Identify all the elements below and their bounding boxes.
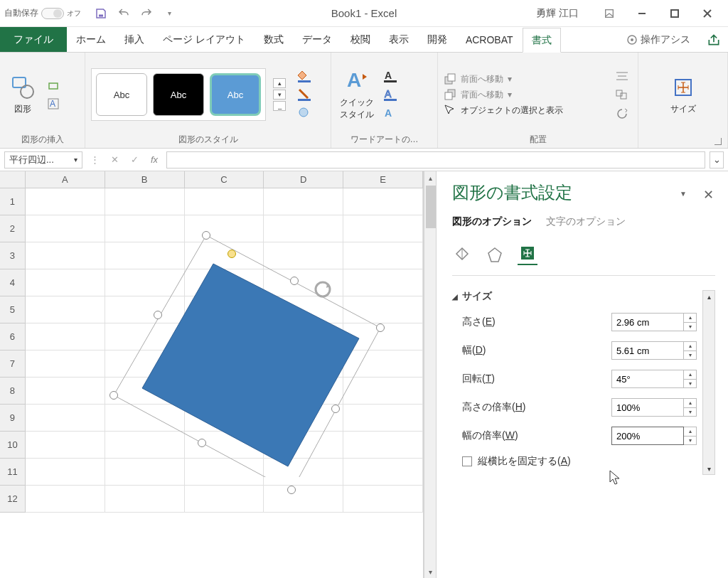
spin-down-icon[interactable]: ▾ <box>684 351 696 360</box>
cell[interactable] <box>343 486 423 513</box>
fill-line-icon[interactable] <box>452 245 472 265</box>
save-icon[interactable] <box>94 6 108 21</box>
spin-up-icon[interactable]: ▴ <box>684 370 696 380</box>
spin-down-icon[interactable]: ▾ <box>684 408 696 417</box>
formula-expand-icon[interactable]: ⌄ <box>710 151 724 168</box>
group-icon[interactable] <box>612 87 632 102</box>
row-header[interactable]: 1 <box>0 188 26 215</box>
row-header[interactable]: 7 <box>0 350 26 378</box>
row-header[interactable]: 12 <box>0 486 26 513</box>
cell[interactable] <box>26 350 105 378</box>
cell[interactable] <box>26 269 105 296</box>
gallery-up-icon[interactable]: ▴ <box>273 78 286 88</box>
cancel-icon[interactable]: ✕ <box>107 151 122 168</box>
scale-width-spinner[interactable]: ▴▾ <box>684 427 697 445</box>
autosave-control[interactable]: 自動保存 オフ <box>4 7 81 19</box>
minimize-button[interactable] <box>626 1 658 26</box>
tab-developer[interactable]: 開発 <box>418 27 456 52</box>
cell[interactable] <box>26 486 105 513</box>
pane-tab-text-options[interactable]: 文字のオプション <box>546 215 626 231</box>
resize-handle[interactable] <box>331 405 340 413</box>
cell[interactable] <box>26 296 105 323</box>
scroll-down-icon[interactable]: ▾ <box>703 463 714 474</box>
tab-review[interactable]: 校閲 <box>341 27 380 52</box>
resize-handle[interactable] <box>154 311 162 319</box>
tab-data[interactable]: データ <box>293 27 341 52</box>
size-properties-icon[interactable] <box>518 245 537 265</box>
qat-customize-icon[interactable]: ▾ <box>162 6 176 21</box>
cell[interactable] <box>26 432 105 459</box>
fbar-more-icon[interactable]: ⋮ <box>87 151 102 168</box>
text-effects-icon[interactable]: A <box>381 105 401 121</box>
sheet-vertical-scrollbar[interactable]: ▴ ▾ <box>424 171 437 578</box>
bring-forward-button[interactable]: 前面へ移動 ▾ <box>444 73 563 85</box>
shape-parallelogram[interactable] <box>114 235 384 477</box>
dialog-launcher-icon[interactable] <box>714 138 722 145</box>
text-box-icon[interactable]: A <box>44 96 64 112</box>
row-header[interactable]: 10 <box>0 432 26 459</box>
col-header[interactable]: D <box>264 171 343 188</box>
pane-close-icon[interactable]: ✕ <box>703 187 714 203</box>
tab-formulas[interactable]: 数式 <box>255 27 293 52</box>
rotate-icon[interactable] <box>612 105 632 121</box>
scroll-down-icon[interactable]: ▾ <box>424 565 436 578</box>
spin-up-icon[interactable]: ▴ <box>684 427 696 437</box>
gallery-more-icon[interactable]: ⎯ <box>273 101 286 111</box>
spin-up-icon[interactable]: ▴ <box>684 399 696 408</box>
size-button[interactable]: サイズ <box>666 72 700 118</box>
resize-handle[interactable] <box>287 486 296 494</box>
row-header[interactable]: 11 <box>0 459 26 486</box>
cell[interactable] <box>185 486 264 513</box>
cell[interactable] <box>105 188 185 215</box>
pane-options-icon[interactable]: ▼ <box>680 190 687 198</box>
resize-handle[interactable] <box>290 277 299 285</box>
tab-page-layout[interactable]: ページ レイアウト <box>154 27 255 52</box>
resize-handle[interactable] <box>198 439 206 447</box>
row-header[interactable]: 9 <box>0 405 26 432</box>
cell[interactable] <box>264 486 343 513</box>
pane-tab-shape-options[interactable]: 図形のオプション <box>452 215 532 231</box>
autosave-toggle[interactable] <box>41 8 64 19</box>
style-gallery[interactable]: Abc Abc Abc <box>91 68 266 121</box>
tab-home[interactable]: ホーム <box>67 27 115 52</box>
text-outline-icon[interactable]: A <box>381 87 401 102</box>
width-spinner[interactable]: ▴▾ <box>684 341 697 360</box>
tab-tell-me[interactable]: 操作アシス <box>617 27 700 52</box>
row-header[interactable]: 5 <box>0 296 26 323</box>
scale-height-input[interactable] <box>611 398 684 417</box>
col-header[interactable]: B <box>105 171 185 188</box>
enter-icon[interactable]: ✓ <box>127 151 142 168</box>
lock-aspect-checkbox[interactable] <box>462 456 472 466</box>
close-button[interactable] <box>691 1 724 26</box>
resize-handle[interactable] <box>376 323 385 332</box>
cell[interactable] <box>105 486 185 513</box>
rotation-handle[interactable] <box>228 250 236 258</box>
scroll-thumb[interactable] <box>426 186 436 228</box>
cell[interactable] <box>26 378 105 405</box>
row-header[interactable]: 6 <box>0 323 26 350</box>
redo-icon[interactable] <box>139 6 154 21</box>
align-icon[interactable] <box>612 68 632 84</box>
row-header[interactable]: 3 <box>0 242 26 269</box>
shape-outline-icon[interactable] <box>294 87 314 102</box>
rotation-spinner[interactable]: ▴▾ <box>684 370 697 388</box>
height-spinner[interactable]: ▴▾ <box>684 313 697 331</box>
ribbon-options-icon[interactable] <box>593 1 626 26</box>
quick-style-button[interactable]: A クイック スタイル <box>337 65 377 124</box>
spin-down-icon[interactable]: ▾ <box>684 437 696 445</box>
scale-height-spinner[interactable]: ▴▾ <box>684 398 697 417</box>
style-preset-black[interactable]: Abc <box>153 73 204 116</box>
tab-insert[interactable]: 挿入 <box>115 27 154 52</box>
formula-input[interactable] <box>166 151 705 168</box>
cell[interactable] <box>26 459 105 486</box>
resize-handle[interactable] <box>202 231 210 240</box>
rotation-input[interactable] <box>611 370 684 388</box>
share-icon[interactable] <box>700 27 728 52</box>
cell[interactable] <box>26 242 105 269</box>
shapes-button[interactable]: 図形 <box>6 72 40 118</box>
send-backward-button[interactable]: 背面へ移動 ▾ <box>444 88 563 101</box>
resize-handle[interactable] <box>109 391 118 400</box>
section-size-header[interactable]: ◢ サイズ <box>452 290 697 303</box>
col-header[interactable]: A <box>26 171 105 188</box>
spin-up-icon[interactable]: ▴ <box>684 342 696 351</box>
